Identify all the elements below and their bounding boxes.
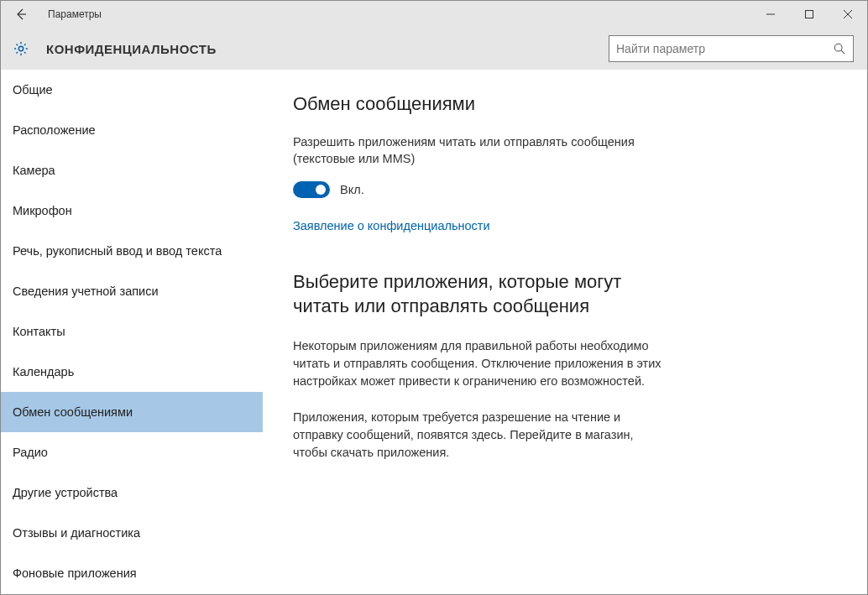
sidebar-item-11[interactable]: Отзывы и диагностика	[1, 513, 263, 553]
arrow-left-icon	[14, 8, 28, 21]
sidebar-item-label: Другие устройства	[13, 486, 118, 499]
svg-point-2	[834, 44, 842, 51]
search-input[interactable]	[616, 42, 833, 55]
minimize-icon	[766, 10, 775, 18]
sidebar-item-9[interactable]: Радио	[1, 432, 263, 472]
section-heading-messaging: Обмен сообщениями	[293, 93, 837, 115]
back-button[interactable]	[1, 1, 41, 28]
privacy-statement-link[interactable]: Заявление о конфиденциальности	[293, 219, 490, 232]
sidebar-item-2[interactable]: Камера	[1, 150, 263, 191]
sidebar-item-3[interactable]: Микрофон	[1, 191, 263, 231]
sidebar-item-0[interactable]: Общие	[1, 70, 263, 110]
sidebar-item-6[interactable]: Контакты	[1, 311, 263, 352]
svg-point-1	[18, 46, 23, 50]
sidebar-item-label: Общие	[13, 83, 53, 97]
settings-gear-icon	[11, 39, 31, 59]
sidebar-item-label: Обмен сообщениями	[13, 405, 133, 419]
sidebar-item-1[interactable]: Расположение	[1, 110, 263, 150]
sidebar-item-7[interactable]: Календарь	[1, 352, 263, 392]
sidebar-item-label: Речь, рукописный ввод и ввод текста	[13, 244, 222, 258]
minimize-button[interactable]	[751, 1, 790, 28]
apps-info-paragraph-2: Приложения, которым требуется разрешение…	[293, 409, 662, 462]
window-title: Параметры	[41, 8, 102, 20]
sidebar-item-8[interactable]: Обмен сообщениями	[1, 392, 263, 432]
content-area: Обмен сообщениями Разрешить приложениям …	[263, 70, 867, 594]
sidebar-item-label: Камера	[13, 164, 55, 177]
maximize-button[interactable]	[790, 1, 829, 28]
sidebar-item-4[interactable]: Речь, рукописный ввод и ввод текста	[1, 231, 263, 271]
search-icon	[833, 42, 846, 55]
headerbar: КОНФИДЕНЦИАЛЬНОСТЬ	[1, 28, 867, 70]
page-title: КОНФИДЕНЦИАЛЬНОСТЬ	[46, 42, 217, 56]
close-icon	[844, 10, 852, 18]
svg-rect-0	[806, 11, 813, 18]
search-box[interactable]	[609, 35, 854, 62]
sidebar-item-label: Расположение	[13, 123, 96, 137]
close-button[interactable]	[829, 1, 867, 28]
sidebar-item-label: Радио	[13, 446, 48, 459]
sidebar-item-5[interactable]: Сведения учетной записи	[1, 271, 263, 311]
sidebar-item-label: Фоновые приложения	[13, 566, 137, 580]
apps-info-paragraph-1: Некоторым приложениям для правильной раб…	[293, 337, 662, 390]
sidebar-item-label: Сведения учетной записи	[13, 284, 159, 298]
sidebar-item-label: Контакты	[13, 325, 65, 338]
sidebar-item-10[interactable]: Другие устройства	[1, 472, 263, 513]
toggle-knob	[316, 185, 326, 195]
messaging-description: Разрешить приложениям читать или отправл…	[293, 133, 662, 168]
sidebar: ОбщиеРасположениеКамераМикрофонРечь, рук…	[1, 70, 263, 594]
toggle-row: Вкл.	[293, 181, 837, 198]
sidebar-item-12[interactable]: Фоновые приложения	[1, 553, 263, 593]
titlebar: Параметры	[1, 1, 867, 28]
toggle-label: Вкл.	[340, 183, 364, 196]
sidebar-item-label: Отзывы и диагностика	[13, 526, 140, 540]
maximize-icon	[805, 10, 813, 18]
sidebar-item-label: Календарь	[13, 365, 74, 378]
sidebar-item-label: Микрофон	[13, 204, 72, 217]
messaging-toggle[interactable]	[293, 181, 330, 198]
section-heading-choose-apps: Выберите приложения, которые могут читат…	[293, 269, 662, 319]
